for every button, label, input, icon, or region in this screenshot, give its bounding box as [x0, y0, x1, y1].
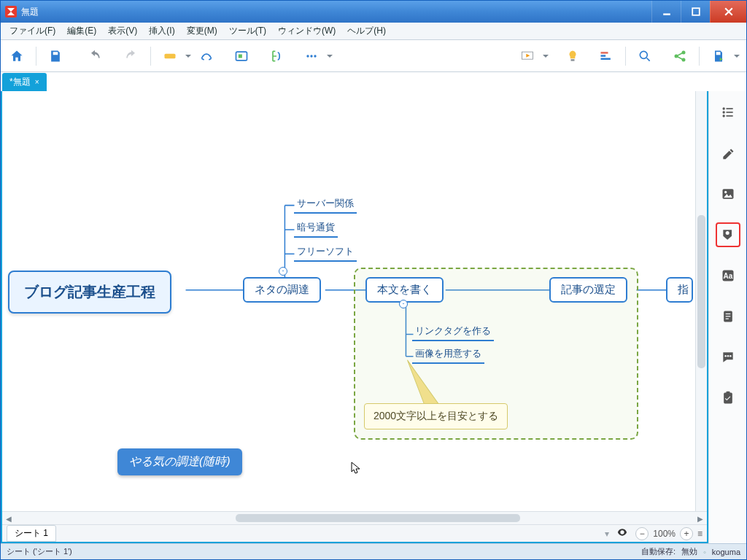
comments-panel-button[interactable]: [716, 345, 740, 370]
floating-topic[interactable]: やる気の調達(随時): [117, 448, 242, 475]
zoom-menu-icon[interactable]: ≡: [697, 529, 703, 539]
share-button[interactable]: [670, 46, 690, 66]
vertical-scroll-thumb[interactable]: [697, 215, 705, 368]
document-tab-label: *無題: [9, 76, 31, 88]
callout-note[interactable]: 2000文字以上を目安とする: [364, 403, 508, 429]
search-button[interactable]: [635, 46, 655, 66]
filter-icon[interactable]: ▾: [605, 529, 609, 539]
notes-panel-button[interactable]: [716, 304, 740, 329]
svg-rect-9: [571, 59, 575, 61]
side-panel: Aa: [708, 91, 746, 543]
horizontal-scrollbar[interactable]: ◀ ▶: [2, 511, 707, 524]
minimize-button[interactable]: [651, 1, 681, 23]
eye-icon[interactable]: [616, 526, 628, 540]
status-left: シート ('シート 1'): [7, 546, 72, 557]
svg-point-17: [722, 107, 724, 109]
root-topic[interactable]: ブログ記事生産工程: [8, 271, 171, 314]
presentation-button[interactable]: [517, 46, 538, 66]
zoom-control: − 100% + ≡: [635, 527, 703, 540]
autosave-label: 自動保存:: [641, 546, 676, 557]
menu-tools[interactable]: ツール(T): [223, 23, 272, 39]
svg-rect-31: [725, 319, 728, 319]
svg-rect-10: [601, 52, 608, 54]
summary-button[interactable]: [266, 46, 287, 66]
scroll-left-button[interactable]: ◀: [2, 512, 15, 525]
more-button[interactable]: [301, 46, 322, 66]
document-tabs: *無題 ×: [1, 72, 746, 91]
svg-point-21: [722, 114, 724, 117]
svg-point-6: [310, 55, 312, 57]
subtopic-crypto[interactable]: 暗号通貨: [294, 219, 338, 238]
svg-rect-2: [165, 53, 176, 58]
subtopic-linktag[interactable]: リンクタグを作る: [412, 323, 494, 341]
app-icon: [5, 6, 17, 18]
menu-view[interactable]: 表示(V): [102, 23, 143, 39]
topic-select[interactable]: 記事の選定: [549, 277, 627, 303]
topic-neta[interactable]: ネタの調達: [243, 277, 321, 303]
subtopic-freesoft[interactable]: フリーソフト: [294, 244, 357, 262]
topic-dropdown[interactable]: [185, 52, 192, 61]
relationship-button[interactable]: [196, 46, 217, 66]
svg-point-7: [314, 55, 316, 57]
menu-window[interactable]: ウィンドウ(W): [272, 23, 341, 39]
svg-text:Aa: Aa: [723, 272, 732, 280]
zoom-in-button[interactable]: +: [680, 527, 693, 540]
svg-rect-1: [692, 8, 700, 15]
topic-write-body[interactable]: 本文を書く: [365, 277, 444, 303]
save-button[interactable]: [45, 46, 66, 66]
brainstorm-button[interactable]: [562, 46, 583, 66]
close-button[interactable]: [710, 1, 746, 23]
menu-file[interactable]: ファイル(F): [4, 23, 61, 39]
status-bar: シート ('シート 1') 自動保存: 無効 ◦ koguma: [1, 543, 746, 559]
format-panel-button[interactable]: [716, 141, 740, 166]
sheet-bar: シート 1 ▾ − 100% + ≡: [2, 524, 707, 542]
svg-point-32: [724, 355, 727, 357]
svg-point-5: [306, 55, 309, 57]
subtopic-image[interactable]: 画像を用意する: [412, 346, 484, 364]
svg-rect-36: [726, 392, 729, 394]
task-panel-button[interactable]: [716, 386, 740, 411]
svg-point-13: [640, 51, 647, 58]
svg-point-24: [724, 191, 727, 193]
svg-point-25: [725, 231, 729, 235]
collapse-handle-2[interactable]: -: [399, 300, 408, 308]
export-button[interactable]: [708, 46, 729, 66]
zoom-out-button[interactable]: −: [635, 527, 649, 540]
vertical-scrollbar[interactable]: [695, 91, 707, 511]
outline-panel-button[interactable]: [716, 100, 740, 125]
menu-insert[interactable]: 挿入(I): [143, 23, 180, 39]
horizontal-scroll-thumb[interactable]: [236, 514, 520, 522]
font-panel-button[interactable]: Aa: [716, 263, 740, 288]
mindmap-canvas[interactable]: ブログ記事生産工程 ネタの調達 - サーバー関係 暗号通貨 フリーソフト 本文を…: [2, 91, 707, 511]
marker-panel-button[interactable]: [716, 222, 740, 247]
boundary-button[interactable]: [231, 46, 252, 66]
topic-cut[interactable]: 指: [666, 277, 693, 303]
menu-edit[interactable]: 編集(E): [61, 23, 102, 39]
more-dropdown[interactable]: [326, 52, 333, 61]
document-tab[interactable]: *無題 ×: [2, 73, 47, 91]
home-button[interactable]: [7, 46, 27, 66]
topic-button[interactable]: [160, 46, 180, 66]
collapse-handle[interactable]: -: [279, 267, 287, 276]
document-tab-close[interactable]: ×: [35, 78, 39, 86]
redo-button[interactable]: [121, 46, 142, 66]
subtopic-server[interactable]: サーバー関係: [294, 195, 357, 214]
svg-rect-11: [601, 55, 606, 57]
menubar: ファイル(F) 編集(E) 表示(V) 挿入(I) 変更(M) ツール(T) ウ…: [1, 23, 746, 40]
autosave-value: 無効: [681, 546, 697, 557]
scroll-right-button[interactable]: ▶: [694, 512, 707, 525]
svg-rect-0: [663, 13, 670, 15]
svg-rect-18: [726, 108, 732, 109]
svg-rect-4: [239, 54, 242, 58]
svg-rect-20: [726, 112, 732, 113]
image-panel-button[interactable]: [716, 182, 740, 206]
menu-modify[interactable]: 変更(M): [181, 23, 223, 39]
gantt-button[interactable]: [596, 46, 616, 66]
export-dropdown[interactable]: [733, 52, 740, 61]
maximize-button[interactable]: [681, 1, 710, 23]
undo-button[interactable]: [85, 46, 105, 66]
presentation-dropdown[interactable]: [542, 52, 549, 61]
sheet-tab[interactable]: シート 1: [7, 525, 56, 542]
menu-help[interactable]: ヘルプ(H): [341, 23, 392, 39]
svg-rect-12: [601, 58, 611, 60]
